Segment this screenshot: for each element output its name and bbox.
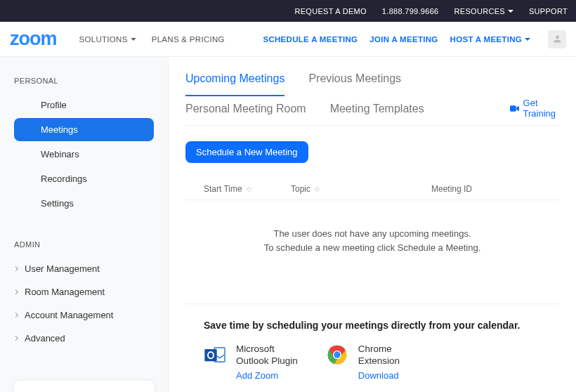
sidebar-item-room-management[interactable]: Room Management	[0, 280, 168, 303]
schedule-meeting-button[interactable]: Schedule a New Meeting	[185, 141, 308, 163]
calendar-plugins: Microsoft Outlook Plugin Add Zoom Chrome…	[185, 344, 559, 381]
column-meeting-id: Meeting ID	[431, 184, 537, 194]
video-icon	[510, 104, 519, 113]
nav-solutions[interactable]: SOLUTIONS	[79, 35, 136, 44]
profile-avatar[interactable]	[548, 30, 566, 48]
user-icon	[552, 34, 563, 44]
plugin-chrome: Chrome Extension Download	[326, 344, 400, 381]
chrome-icon	[326, 344, 348, 366]
outlook-add-link[interactable]: Add Zoom	[236, 370, 298, 381]
tab-previous[interactable]: Previous Meetings	[308, 72, 401, 96]
sidebar-item-settings[interactable]: Settings	[14, 192, 154, 215]
meetings-table-header: Start Time◇ Topic◇ Meeting ID	[185, 178, 559, 200]
nav-plans[interactable]: PLANS & PRICING	[152, 35, 225, 44]
sort-icon: ◇	[315, 185, 318, 192]
tab-templates[interactable]: Meeting Templates	[330, 103, 424, 125]
sidebar-section-admin: ADMIN	[0, 235, 168, 257]
chrome-title: Chrome	[358, 344, 400, 355]
caret-down-icon	[525, 38, 530, 41]
resources-dropdown[interactable]: RESOURCES	[454, 7, 513, 15]
caret-down-icon	[131, 38, 136, 41]
main-content: Upcoming Meetings Previous Meetings Pers…	[169, 57, 576, 392]
chevron-right-icon	[13, 289, 18, 294]
column-topic[interactable]: Topic◇	[291, 184, 431, 194]
nav-host-meeting[interactable]: HOST A MEETING	[450, 35, 530, 44]
sidebar-section-personal: PERSONAL	[0, 71, 168, 93]
outlook-subtitle: Outlook Plugin	[236, 355, 298, 367]
sidebar-bottom-card[interactable]	[14, 381, 155, 392]
zoom-logo[interactable]: zoom	[10, 28, 57, 50]
outlook-title: Microsoft	[236, 344, 298, 355]
sidebar-item-webinars[interactable]: Webinars	[14, 143, 154, 166]
sort-icon: ◇	[247, 185, 250, 192]
nav-join-meeting[interactable]: JOIN A MEETING	[369, 35, 438, 44]
chevron-right-icon	[13, 266, 18, 271]
svg-rect-3	[204, 349, 216, 361]
sidebar-item-profile[interactable]: Profile	[14, 93, 154, 117]
chrome-download-link[interactable]: Download	[358, 370, 400, 381]
main-nav: zoom SOLUTIONS PLANS & PRICING SCHEDULE …	[0, 22, 576, 57]
svg-rect-0	[510, 105, 516, 112]
plugin-outlook: Microsoft Outlook Plugin Add Zoom	[204, 344, 298, 381]
empty-state: The user does not have any upcoming meet…	[185, 200, 559, 304]
nav-schedule-meeting[interactable]: SCHEDULE A MEETING	[263, 35, 358, 44]
sidebar-item-account-management[interactable]: Account Management	[0, 303, 168, 327]
sidebar-item-user-management[interactable]: User Management	[0, 257, 168, 280]
sidebar-item-advanced[interactable]: Advanced	[0, 327, 168, 350]
empty-line-1: The user does not have any upcoming meet…	[185, 227, 559, 241]
chevron-right-icon	[13, 336, 18, 341]
outlook-icon	[204, 344, 226, 366]
chrome-subtitle: Extension	[358, 355, 400, 367]
sidebar: PERSONAL Profile Meetings Webinars Recor…	[0, 57, 169, 392]
support-link[interactable]: SUPPORT	[529, 7, 568, 15]
tab-upcoming[interactable]: Upcoming Meetings	[185, 72, 284, 96]
caret-down-icon	[508, 10, 513, 13]
sidebar-item-meetings[interactable]: Meetings	[14, 118, 154, 141]
get-training-link[interactable]: Get Training	[510, 98, 559, 119]
empty-line-2: To schedule a new meeting click Schedule…	[185, 241, 559, 255]
top-bar: REQUEST A DEMO 1.888.799.9666 RESOURCES …	[0, 0, 576, 22]
column-start-time[interactable]: Start Time◇	[185, 184, 291, 194]
chevron-right-icon	[13, 313, 18, 318]
request-demo-link[interactable]: REQUEST A DEMO	[294, 7, 366, 15]
calendar-section-title: Save time by scheduling your meetings di…	[185, 304, 559, 344]
svg-point-7	[334, 351, 340, 358]
phone-number[interactable]: 1.888.799.9666	[382, 7, 439, 15]
meeting-tabs: Upcoming Meetings Previous Meetings Pers…	[185, 72, 510, 125]
sidebar-item-recordings[interactable]: Recordings	[14, 167, 154, 190]
tab-personal-room[interactable]: Personal Meeting Room	[185, 103, 306, 125]
